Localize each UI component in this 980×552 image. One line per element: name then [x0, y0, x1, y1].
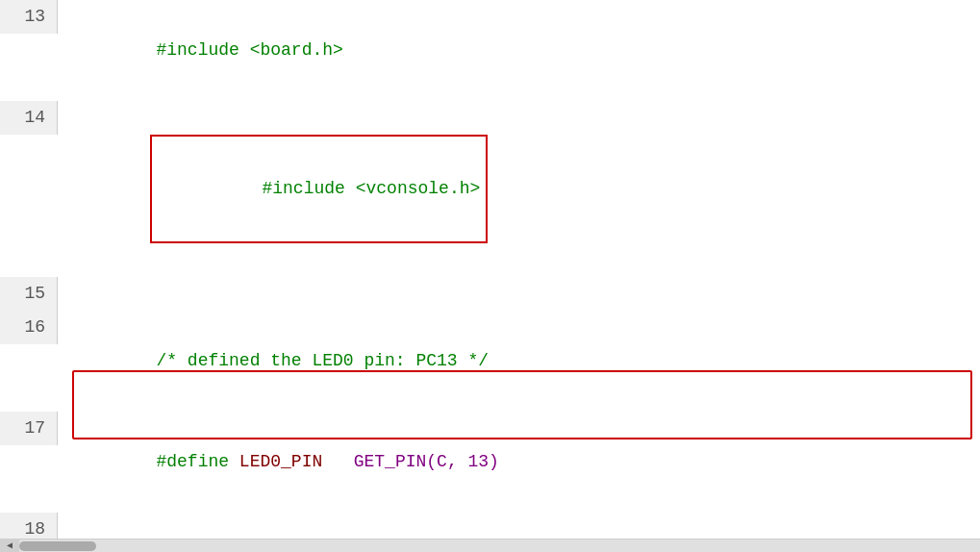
- token-define: #define: [156, 452, 239, 471]
- code-line-17: 17 #define LED0_PIN GET_PIN(C, 13): [0, 412, 980, 513]
- line-content-16: /* defined the LED0 pin: PC13 */: [58, 311, 980, 412]
- token-vconsole: <vconsole.h>: [356, 179, 481, 198]
- code-line-15: 15: [0, 277, 980, 311]
- line-number-14: 14: [0, 101, 58, 135]
- include-vconsole-highlight: #include <vconsole.h>: [150, 135, 488, 243]
- token: #include <board.h>: [156, 40, 342, 60]
- code-line-13: 13 #include <board.h>: [0, 0, 980, 101]
- line-content-14: #include <vconsole.h>: [58, 101, 980, 277]
- line-number-13: 13: [0, 0, 58, 34]
- token-include: #include: [262, 179, 355, 198]
- line-content-17: #define LED0_PIN GET_PIN(C, 13): [58, 412, 980, 513]
- token-get-pin: GET_PIN(C, 13): [354, 452, 499, 471]
- token-spaces: [322, 452, 353, 471]
- line-content-13: #include <board.h>: [58, 0, 980, 101]
- line-number-16: 16: [0, 311, 58, 344]
- line-number-15: 15: [0, 277, 58, 311]
- scroll-left-arrow[interactable]: ◀: [0, 539, 19, 552]
- scrollbar-thumb[interactable]: [19, 541, 96, 551]
- token-comment-16: /* defined the LED0 pin: PC13 */: [156, 351, 489, 370]
- code-line-14: 14 #include <vconsole.h>: [0, 101, 980, 277]
- token-led0-pin: LED0_PIN: [239, 452, 322, 471]
- code-area: 13 #include <board.h> 14 #include <vcons…: [0, 0, 980, 552]
- line-number-17: 17: [0, 412, 58, 445]
- editor-container: 13 #include <board.h> 14 #include <vcons…: [0, 0, 980, 552]
- code-line-16: 16 /* defined the LED0 pin: PC13 */: [0, 311, 980, 412]
- horizontal-scrollbar[interactable]: ◀: [0, 539, 980, 552]
